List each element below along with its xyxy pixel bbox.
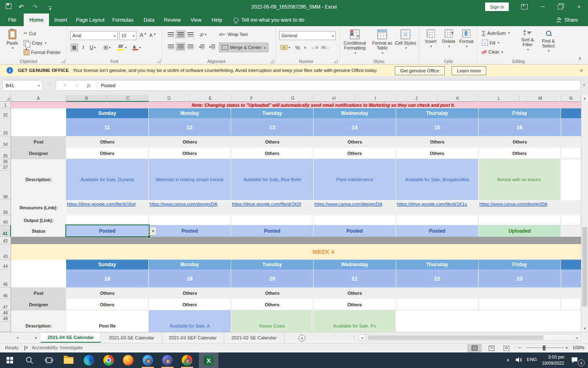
- row-label-post[interactable]: Post: [11, 136, 66, 148]
- zoom-slider-thumb[interactable]: [543, 346, 546, 350]
- cell[interactable]: [11, 269, 66, 287]
- orientation-icon[interactable]: ab: [197, 30, 209, 38]
- font-size-select[interactable]: 10: [119, 31, 136, 40]
- output-cell[interactable]: [314, 215, 396, 225]
- row-header-50[interactable]: [0, 322, 11, 332]
- row-header-45[interactable]: 45: [0, 269, 11, 287]
- tab-formulas[interactable]: Formulas: [109, 13, 137, 26]
- row-label-designer[interactable]: Designer: [11, 299, 66, 310]
- note-cell[interactable]: Note: Changing status to "Uploaded" will…: [11, 102, 581, 108]
- decrease-decimal-icon[interactable]: .00→: [320, 43, 330, 52]
- col-header-m[interactable]: M: [520, 95, 561, 102]
- description-cell[interactable]: House Custo: [231, 310, 314, 332]
- output-cell[interactable]: [66, 215, 149, 225]
- description-cell[interactable]: Available for Sale, A: [149, 310, 231, 332]
- row-header-44[interactable]: 44: [0, 260, 11, 269]
- notice-close-icon[interactable]: ×: [580, 67, 583, 74]
- row-header-1[interactable]: 1: [0, 102, 11, 108]
- language-indicator[interactable]: ENG: [527, 357, 537, 362]
- date-cell[interactable]: 18: [66, 269, 149, 287]
- cell[interactable]: [561, 136, 581, 148]
- paste-button[interactable]: Paste: [2, 29, 22, 51]
- align-middle-icon[interactable]: [176, 30, 185, 38]
- cell[interactable]: [561, 260, 581, 269]
- row-header-33[interactable]: 33: [0, 118, 11, 136]
- ribbon-display-options-icon[interactable]: [515, 0, 533, 13]
- description-cell[interactable]: Available for Sale, Duranta: [66, 159, 149, 200]
- task-view-button[interactable]: [39, 352, 59, 368]
- post-cell[interactable]: Others: [314, 136, 396, 148]
- insert-cells-button[interactable]: ← Insert: [422, 29, 439, 49]
- date-cell[interactable]: 11: [66, 118, 149, 136]
- day-header-cell[interactable]: Tuesday: [231, 260, 314, 269]
- wrap-text-button[interactable]: ab↵ Wrap Text: [219, 32, 248, 37]
- start-button[interactable]: [0, 352, 20, 368]
- fx-icon[interactable]: fx: [87, 83, 91, 89]
- day-header-cell[interactable]: Monday: [149, 108, 231, 118]
- status-cell[interactable]: Posted: [396, 225, 479, 237]
- resource-link[interactable]: https://drive.google.com/file/d/1Kel: [66, 200, 149, 215]
- hscroll-right-icon[interactable]: ▸: [574, 334, 581, 341]
- horizontal-scroll-thumb[interactable]: [368, 335, 543, 340]
- day-header-cell[interactable]: Tuesday: [231, 108, 314, 118]
- cancel-icon[interactable]: ×: [63, 83, 66, 88]
- formula-bar-handle[interactable]: ⋮: [48, 82, 53, 88]
- tab-help[interactable]: Help: [207, 13, 226, 26]
- enter-icon[interactable]: ✓: [75, 83, 79, 88]
- profile-app-1-button[interactable]: C: [138, 352, 158, 368]
- scroll-up-icon[interactable]: ▲: [581, 95, 588, 102]
- name-box-dropdown-icon[interactable]: ▾: [38, 84, 40, 88]
- italic-button[interactable]: I: [80, 43, 87, 52]
- day-header-cell[interactable]: Wednesday: [314, 108, 396, 118]
- cell[interactable]: [561, 299, 581, 310]
- date-cell[interactable]: 12: [149, 118, 231, 136]
- cell[interactable]: [561, 215, 581, 225]
- view-page-break-icon[interactable]: [499, 344, 514, 352]
- day-header-cell[interactable]: Monday: [149, 260, 231, 269]
- conditional-formatting-button[interactable]: ≠ Conditional Formatting: [342, 29, 368, 56]
- font-color-icon[interactable]: A: [131, 43, 143, 52]
- horizontal-scrollbar[interactable]: [366, 334, 574, 341]
- date-cell[interactable]: 15: [396, 118, 479, 136]
- date-cell[interactable]: 21: [314, 269, 396, 287]
- scroll-down-icon[interactable]: ▼: [581, 325, 588, 332]
- row-header-43[interactable]: 43: [0, 244, 11, 260]
- description-cell[interactable]: Available for Sale, Blue Belle: [231, 159, 314, 200]
- cell-styles-button[interactable]: Cell Styles: [394, 29, 416, 51]
- close-icon[interactable]: ×: [570, 0, 588, 13]
- row-header-35[interactable]: 35: [0, 148, 11, 159]
- tab-splitter-handle[interactable]: ⋮: [352, 335, 357, 341]
- number-dialog-launcher-icon[interactable]: [334, 59, 338, 63]
- tab-home[interactable]: Home: [24, 13, 49, 26]
- tab-view[interactable]: View: [186, 13, 206, 26]
- col-header-d[interactable]: D: [149, 95, 190, 102]
- post-cell[interactable]: Others: [314, 287, 396, 299]
- row-header-39[interactable]: 39: [0, 200, 11, 215]
- chrome-button[interactable]: [99, 352, 118, 368]
- status-cell[interactable]: Uploaded: [479, 225, 561, 237]
- view-page-layout-icon[interactable]: [484, 344, 499, 352]
- customize-qat-icon[interactable]: ▾: [43, 7, 57, 7]
- hscroll-left-icon[interactable]: ◂: [359, 334, 366, 341]
- excel-taskbar-button[interactable]: X: [199, 352, 218, 368]
- description-cell[interactable]: Available for Sale, Bougainvillea: [396, 159, 479, 200]
- row-label-post[interactable]: Post: [11, 287, 66, 299]
- accessibility-status[interactable]: Accessibility: Investigate: [32, 345, 83, 350]
- formula-bar[interactable]: × ✓ fx Posted: [56, 80, 581, 91]
- description-cell[interactable]: Bonsai with no leaves.: [479, 159, 561, 200]
- post-cell[interactable]: Others: [149, 136, 231, 148]
- align-left-icon[interactable]: [166, 43, 176, 51]
- fill-button[interactable]: ↓ Fill: [482, 40, 499, 46]
- sheet-tab[interactable]: 2021-03 SE Calendar: [101, 333, 162, 343]
- fill-color-icon[interactable]: [116, 43, 128, 52]
- fill-handle[interactable]: [147, 235, 151, 238]
- zoom-in-icon[interactable]: +: [565, 345, 568, 351]
- day-header-cell[interactable]: Sunday: [66, 260, 149, 269]
- row-header-42[interactable]: 42: [0, 237, 11, 244]
- designer-cell[interactable]: [396, 299, 479, 310]
- designer-cell[interactable]: Others: [149, 299, 231, 310]
- cell[interactable]: [561, 310, 581, 332]
- tab-file[interactable]: File: [3, 13, 21, 26]
- status-cell[interactable]: Posted: [314, 225, 396, 237]
- day-header-cell[interactable]: Friday: [479, 260, 561, 269]
